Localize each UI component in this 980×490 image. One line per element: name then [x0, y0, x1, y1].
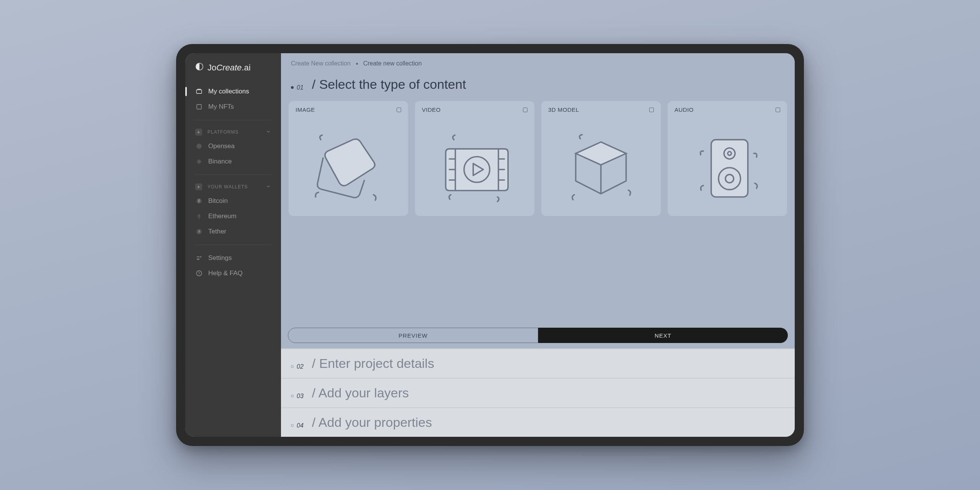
sidebar-item-label: My collections	[208, 88, 249, 95]
opensea-icon	[195, 142, 203, 150]
collections-icon	[195, 88, 203, 95]
action-buttons: PREVIEW NEXT	[281, 328, 795, 348]
svg-point-9	[200, 256, 201, 258]
checkbox-icon	[776, 108, 780, 112]
sidebar: JoCreate.ai My collections My NFTs + PLA…	[185, 53, 281, 437]
brand-logo-icon	[195, 62, 204, 73]
content-type-cards: IMAGE VIDEO	[281, 101, 795, 216]
svg-rect-2	[197, 105, 201, 109]
svg-text:₿: ₿	[198, 199, 200, 203]
card-label: IMAGE	[296, 106, 315, 113]
step-title: / Select the type of content	[312, 77, 466, 92]
step-row-4[interactable]: 04 / Add your properties	[281, 407, 795, 437]
step-number: 02	[291, 363, 304, 370]
video-illustration-icon	[415, 118, 534, 216]
next-button[interactable]: NEXT	[538, 328, 788, 343]
section-label: PLATFORMS	[207, 129, 238, 135]
sidebar-item-binance[interactable]: Binance	[185, 154, 281, 169]
brand-text: JoCreate.ai	[207, 63, 251, 73]
sidebar-item-label: Binance	[208, 158, 232, 165]
svg-rect-4	[197, 159, 202, 164]
checkbox-icon	[397, 108, 401, 112]
binance-icon	[195, 158, 203, 165]
plus-icon: +	[195, 183, 202, 190]
svg-point-3	[196, 144, 202, 149]
image-illustration-icon	[289, 118, 408, 216]
svg-point-13	[464, 157, 490, 182]
divider	[194, 245, 272, 245]
sidebar-item-label: Opensea	[208, 142, 235, 150]
sidebar-item-label: Help & FAQ	[208, 270, 243, 277]
breadcrumb-current: Create new collection	[363, 60, 422, 67]
sidebar-item-label: Tether	[208, 228, 226, 235]
breadcrumb-separator	[356, 63, 358, 65]
settings-icon	[195, 254, 203, 262]
sidebar-item-settings[interactable]: Settings	[185, 250, 281, 266]
preview-button[interactable]: PREVIEW	[288, 328, 538, 343]
screen: JoCreate.ai My collections My NFTs + PLA…	[185, 53, 795, 437]
main: Create New collection Create new collect…	[281, 53, 795, 437]
brand[interactable]: JoCreate.ai	[185, 62, 281, 84]
sidebar-item-label: Ethereum	[208, 212, 237, 220]
bitcoin-icon: ₿	[195, 197, 203, 205]
sidebar-item-my-nfts[interactable]: My NFTs	[185, 99, 281, 114]
step-row-3[interactable]: 03 / Add your layers	[281, 378, 795, 407]
step-number: 04	[291, 422, 304, 429]
section-label: YOUR WALLETS	[207, 184, 248, 189]
svg-point-10	[198, 259, 199, 260]
sidebar-item-help[interactable]: ? Help & FAQ	[185, 266, 281, 281]
divider	[194, 120, 272, 120]
step-number: 01	[291, 84, 304, 91]
card-label: 3D MODEL	[548, 106, 579, 113]
checkbox-icon	[649, 108, 654, 112]
card-image[interactable]: IMAGE	[289, 101, 408, 216]
step-panel-active: Create New collection Create new collect…	[281, 53, 795, 348]
sidebar-item-opensea[interactable]: Opensea	[185, 139, 281, 154]
svg-text:?: ?	[198, 271, 200, 275]
sidebar-section-platforms[interactable]: + PLATFORMS	[185, 126, 281, 139]
help-icon: ?	[195, 270, 203, 277]
chevron-down-icon	[266, 129, 271, 136]
sidebar-item-label: Settings	[208, 254, 232, 262]
sidebar-item-label: My NFTs	[208, 103, 234, 111]
cube-illustration-icon	[541, 118, 661, 216]
sidebar-item-ethereum[interactable]: Ethereum	[185, 209, 281, 224]
plus-icon: +	[195, 129, 202, 136]
card-label: VIDEO	[422, 106, 441, 113]
card-video[interactable]: VIDEO	[415, 101, 534, 216]
sidebar-item-bitcoin[interactable]: ₿ Bitcoin	[185, 193, 281, 209]
step-header-1: 01 / Select the type of content	[281, 67, 795, 101]
sidebar-item-my-collections[interactable]: My collections	[185, 84, 281, 99]
chevron-down-icon	[266, 184, 271, 190]
svg-rect-1	[196, 90, 202, 94]
card-label: AUDIO	[675, 106, 694, 113]
divider	[194, 175, 272, 175]
card-audio[interactable]: AUDIO	[668, 101, 787, 216]
breadcrumb-root[interactable]: Create New collection	[291, 60, 351, 67]
step-title: / Add your layers	[312, 385, 409, 400]
ethereum-icon	[195, 212, 203, 220]
nft-icon	[195, 103, 203, 111]
speaker-illustration-icon	[668, 118, 787, 216]
step-number: 03	[291, 393, 304, 400]
sidebar-section-wallets[interactable]: + YOUR WALLETS	[185, 180, 281, 193]
step-row-2[interactable]: 02 / Enter project details	[281, 348, 795, 378]
device-frame: JoCreate.ai My collections My NFTs + PLA…	[176, 44, 804, 446]
card-3d-model[interactable]: 3D MODEL	[541, 101, 661, 216]
breadcrumb: Create New collection Create new collect…	[281, 53, 795, 67]
checkbox-icon	[523, 108, 528, 112]
tether-icon: ₮	[195, 228, 203, 235]
sidebar-item-tether[interactable]: ₮ Tether	[185, 224, 281, 239]
step-title: / Add your properties	[312, 415, 432, 430]
step-title: / Enter project details	[312, 356, 434, 371]
sidebar-item-label: Bitcoin	[208, 197, 228, 205]
